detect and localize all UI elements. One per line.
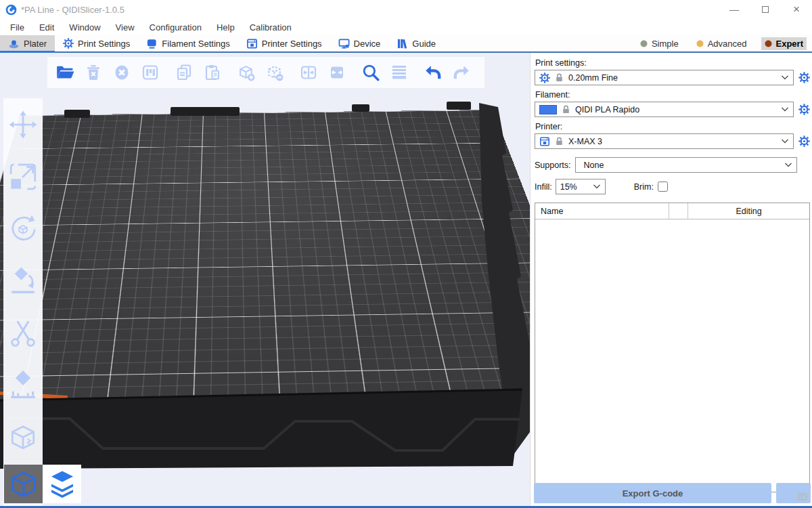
sidebar: Print settings: 0.20mm Fine Filament:: [530, 53, 812, 506]
print-settings-gear-button[interactable]: [797, 71, 811, 85]
preview-layers-view-button[interactable]: [43, 465, 81, 503]
lock-icon: [554, 72, 564, 83]
menu-file[interactable]: File: [3, 21, 32, 34]
undo-button[interactable]: [421, 59, 445, 86]
gear-icon: [798, 135, 810, 147]
plater-icon: [8, 38, 20, 49]
mode-advanced[interactable]: Advanced: [693, 37, 750, 50]
tab-guide[interactable]: Guide: [388, 35, 444, 51]
mode-expert-dot-icon: [765, 40, 772, 47]
tab-label: Guide: [412, 39, 436, 49]
scale-icon: [7, 161, 39, 192]
remove-instance-button[interactable]: [263, 59, 287, 86]
column-name[interactable]: Name: [535, 203, 669, 219]
delete-all-button[interactable]: [110, 59, 134, 86]
open-button[interactable]: [53, 59, 77, 86]
delete-button[interactable]: [81, 59, 106, 86]
gear-icon: [63, 38, 74, 49]
supports-combo[interactable]: None: [575, 157, 797, 173]
printer-icon: [246, 38, 258, 49]
filament-label: Filament:: [535, 90, 811, 100]
brim-checkbox[interactable]: [658, 182, 668, 192]
column-extruder[interactable]: [669, 203, 688, 219]
chevron-down-icon: [784, 163, 792, 167]
title-bar: *PA Line - QIDISlicer-1.0.5 — ×: [0, 0, 812, 19]
tab-filament-settings[interactable]: Filament Settings: [138, 35, 238, 51]
minimize-button[interactable]: —: [719, 0, 750, 19]
lock-icon: [561, 104, 571, 114]
delete-icon: [85, 64, 102, 81]
chevron-down-icon: [781, 139, 789, 144]
menu-calibration[interactable]: Calibration: [242, 21, 299, 34]
move-tool-button[interactable]: [4, 98, 42, 150]
paste-button[interactable]: [200, 59, 225, 86]
infill-combo[interactable]: 15%: [556, 179, 606, 194]
place-on-face-tool-button[interactable]: [4, 255, 42, 307]
scale-tool-button[interactable]: [4, 150, 42, 203]
print-settings-combo[interactable]: 0.20mm Fine: [535, 70, 794, 85]
mode-simple[interactable]: Simple: [637, 37, 682, 50]
rotate-tool-button[interactable]: [4, 203, 42, 255]
chevron-down-icon: [781, 75, 789, 80]
lock-icon: [554, 136, 564, 146]
redo-button[interactable]: [449, 59, 474, 86]
menu-window[interactable]: Window: [62, 21, 108, 34]
cut-tool-button[interactable]: [4, 307, 42, 359]
mode-expert[interactable]: Expert: [761, 37, 807, 50]
search-icon: [361, 63, 380, 82]
place-on-face-icon: [7, 266, 39, 297]
print-bed: [0, 110, 530, 404]
tab-print-settings[interactable]: Print Settings: [55, 35, 138, 51]
printer-combo[interactable]: X-MAX 3: [535, 133, 794, 149]
export-to-sd-button[interactable]: [776, 483, 811, 503]
device-icon: [338, 38, 350, 49]
menu-configuration[interactable]: Configuration: [142, 21, 209, 34]
open-icon: [55, 64, 74, 81]
arrange-button[interactable]: [138, 59, 162, 86]
menu-bar: File Edit Window View Configuration Help…: [0, 19, 812, 35]
split-parts-icon: [328, 64, 346, 81]
object-list-body[interactable]: [535, 219, 809, 492]
maximize-icon: [762, 6, 769, 13]
export-gcode-button[interactable]: Export G-code: [534, 483, 771, 503]
search-button[interactable]: [359, 59, 383, 86]
gear-icon: [798, 72, 810, 83]
copy-button[interactable]: [172, 59, 196, 86]
support-paint-tool-button[interactable]: [4, 359, 42, 411]
variable-layer-height-button[interactable]: [387, 59, 411, 86]
arrange-icon: [141, 64, 159, 81]
filament-value: QIDI PLA Rapido: [575, 105, 777, 114]
tab-device[interactable]: Device: [330, 35, 389, 51]
paste-icon: [204, 64, 221, 81]
3d-viewport[interactable]: [0, 53, 530, 506]
gear-icon: [798, 104, 810, 115]
tab-label: Filament Settings: [162, 39, 229, 49]
menu-edit[interactable]: Edit: [32, 21, 62, 34]
tab-printer-settings[interactable]: Printer Settings: [238, 35, 330, 51]
filament-gear-button[interactable]: [797, 103, 811, 117]
menu-help[interactable]: Help: [209, 21, 242, 34]
filament-combo[interactable]: QIDI PLA Rapido: [535, 102, 794, 117]
guide-icon: [397, 38, 408, 49]
editor-3d-icon: [9, 469, 39, 499]
split-objects-button[interactable]: [296, 59, 321, 86]
chevron-down-icon: [593, 184, 601, 189]
editor-3d-view-button[interactable]: [4, 465, 43, 503]
print-settings-label: Print settings:: [535, 58, 811, 68]
maximize-button[interactable]: [750, 0, 781, 19]
supports-value: None: [580, 161, 780, 170]
menu-view[interactable]: View: [108, 21, 142, 34]
seam-tool-button[interactable]: [4, 411, 42, 463]
printer-label: Printer:: [535, 122, 811, 131]
close-button[interactable]: ×: [781, 0, 812, 19]
layer-height-icon: [390, 64, 408, 81]
printer-gear-button[interactable]: [797, 135, 811, 148]
column-editing[interactable]: Editing: [688, 203, 809, 219]
split-parts-button[interactable]: [325, 59, 349, 86]
add-instance-button[interactable]: [234, 59, 258, 86]
object-list-header: Name Editing: [535, 203, 809, 219]
gear-icon: [539, 72, 550, 83]
plater-toolbar: [47, 57, 484, 88]
split-objects-icon: [300, 64, 317, 81]
tab-plater[interactable]: Plater: [0, 35, 55, 51]
